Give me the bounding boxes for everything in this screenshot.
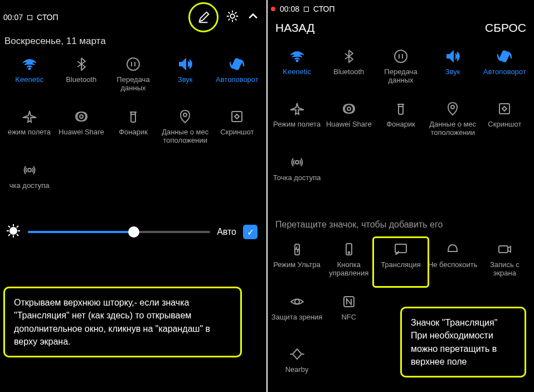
tile-label: Передача данных [107, 76, 159, 93]
rotate-icon [229, 56, 245, 72]
tile-wifi[interactable]: Keenetic [3, 56, 55, 101]
data-icon [392, 48, 409, 65]
share-icon [73, 108, 90, 125]
rec-dot [271, 7, 275, 11]
statusbar-right: 00:08 СТОП [271, 2, 531, 16]
tile-label: Кнопка управления [323, 261, 375, 278]
airplane-icon [289, 100, 305, 117]
tile-rotate[interactable]: Автоповорот [479, 48, 531, 94]
tile-label: Huawei Share [59, 128, 104, 137]
navbtn-icon [341, 241, 357, 258]
record-icon [496, 241, 513, 258]
location-icon [444, 100, 461, 117]
stop-label: СТОП [313, 4, 335, 13]
phone-right: 00:08 СТОП НАЗАД СБРОС KeeneticBluetooth… [268, 0, 534, 392]
tile-label: Данные о мес тоположении [427, 120, 479, 137]
tile-nfc[interactable]: NFC [323, 293, 375, 339]
tile-data[interactable]: Передача данных [107, 56, 159, 101]
wifi-icon [289, 48, 305, 65]
nav-back[interactable]: НАЗАД [275, 21, 315, 35]
tile-flashlight[interactable]: Фонарик [107, 108, 159, 154]
stop-icon [304, 7, 309, 12]
bluetooth-icon [341, 48, 357, 65]
tile-label: Keenetic [283, 68, 311, 76]
tile-label: Nearby [285, 366, 309, 374]
settings-icon[interactable] [225, 9, 240, 26]
tile-navbtn[interactable]: Кнопка управления [323, 241, 375, 287]
tile-location[interactable]: Данные о мес тоположении [427, 100, 479, 146]
tile-label: Защита зрения [271, 313, 323, 322]
tile-label: Bluetooth [66, 76, 96, 84]
tile-label: чка доступа [9, 182, 50, 190]
tile-airplane[interactable]: Режим полета [271, 100, 323, 146]
tile-label: Данные о мес тоположении [159, 128, 211, 145]
hotspot-icon [289, 154, 305, 171]
location-icon [177, 108, 193, 125]
tile-label: Bluetooth [333, 68, 364, 76]
tile-record[interactable]: Запись с экрана [479, 241, 531, 287]
date: Воскресенье, 11 марта [3, 32, 263, 52]
nearby-icon [289, 346, 305, 362]
edit-button[interactable] [192, 6, 215, 29]
callout-right: Значок "Трансляция" При необходимости мо… [400, 307, 526, 378]
flashlight-icon [125, 108, 142, 125]
tile-share[interactable]: Huawei Share [55, 108, 107, 154]
tile-flashlight[interactable]: Фонарик [375, 100, 426, 146]
tiles-row3: Точка доступа [271, 151, 531, 203]
nfc-icon [341, 293, 357, 310]
screenshot-icon [496, 100, 513, 117]
highlight-cast [372, 236, 429, 288]
time: 00:08 [280, 4, 299, 13]
edit-highlight [188, 2, 219, 32]
tile-label: Huawei Share [326, 120, 372, 129]
statusbar-left: 00:07 СТОП [3, 11, 59, 24]
tile-label: Фонарик [119, 128, 148, 137]
tiles-row1: KeeneticBluetoothПередача данныхЗвукАвто… [271, 45, 531, 97]
tile-nearby[interactable]: Nearby [271, 346, 323, 391]
callout-left: Открываем верхнюю шторку,- если значка "… [3, 287, 242, 357]
tile-screenshot[interactable]: Скриншот [479, 100, 531, 146]
battery-icon [289, 241, 305, 258]
tiles-more1: Режим УльтраКнопка управленияТрансляцияН… [271, 238, 531, 290]
tile-sound[interactable]: Звук [427, 48, 479, 94]
stop-icon [27, 15, 32, 20]
auto-checkbox[interactable]: ✓ [243, 225, 258, 239]
tile-bluetooth[interactable]: Bluetooth [55, 56, 107, 101]
tile-label: Звук [445, 68, 460, 76]
tile-cast[interactable]: Трансляция [375, 241, 426, 287]
tile-label: Режим Ультра [273, 261, 321, 269]
tile-hotspot[interactable]: Точка доступа [271, 154, 323, 200]
time: 00:07 [3, 13, 23, 22]
airplane-icon [21, 108, 38, 125]
tile-bluetooth[interactable]: Bluetooth [323, 48, 375, 94]
tile-label: Не беспокоить [428, 261, 478, 269]
collapse-icon[interactable] [246, 9, 260, 25]
tile-label: Передача данных [375, 68, 426, 85]
brightness-slider[interactable] [28, 231, 210, 233]
tile-rotate[interactable]: Автоповорот [211, 56, 263, 101]
tile-label: Скриншот [488, 120, 521, 129]
tile-sound[interactable]: Звук [159, 56, 211, 101]
tile-label: Точка доступа [273, 174, 321, 182]
tiles-row2: ежим полетаHuawei ShareФонарикДанные о м… [3, 105, 263, 157]
nav-reset[interactable]: СБРОС [485, 21, 526, 35]
tile-location[interactable]: Данные о мес тоположении [159, 108, 211, 154]
share-icon [341, 100, 357, 117]
screenshot-icon [229, 108, 245, 125]
tile-share[interactable]: Huawei Share [323, 100, 375, 146]
tile-label: Скриншот [220, 128, 254, 137]
tile-dnd[interactable]: Не беспокоить [427, 241, 479, 287]
tile-hotspot[interactable]: чка доступа [3, 162, 55, 207]
tile-eye[interactable]: Защита зрения [271, 293, 323, 339]
tile-data[interactable]: Передача данных [375, 48, 426, 94]
bluetooth-icon [73, 56, 90, 72]
tile-airplane[interactable]: ежим полета [3, 108, 55, 154]
tile-wifi[interactable]: Keenetic [271, 48, 323, 94]
tile-label: Режим полета [273, 120, 321, 129]
wifi-icon [21, 56, 38, 72]
tile-battery[interactable]: Режим Ультра [271, 241, 323, 287]
eye-icon [289, 293, 305, 310]
auto-label: Авто [217, 227, 236, 237]
sound-icon [177, 56, 193, 72]
tile-screenshot[interactable]: Скриншот [211, 108, 263, 154]
